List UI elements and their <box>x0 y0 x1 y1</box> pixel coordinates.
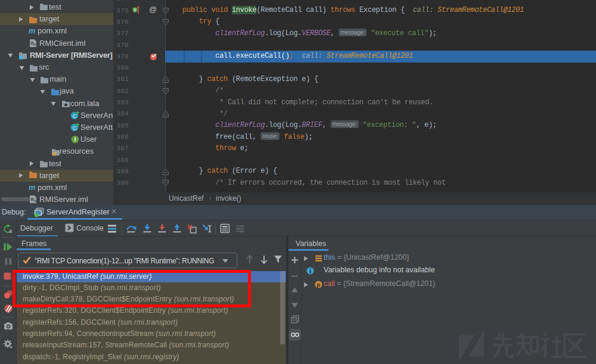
svg-text:p: p <box>317 281 321 288</box>
svg-text:C: C <box>73 125 77 131</box>
svg-text:C: C <box>73 113 77 119</box>
